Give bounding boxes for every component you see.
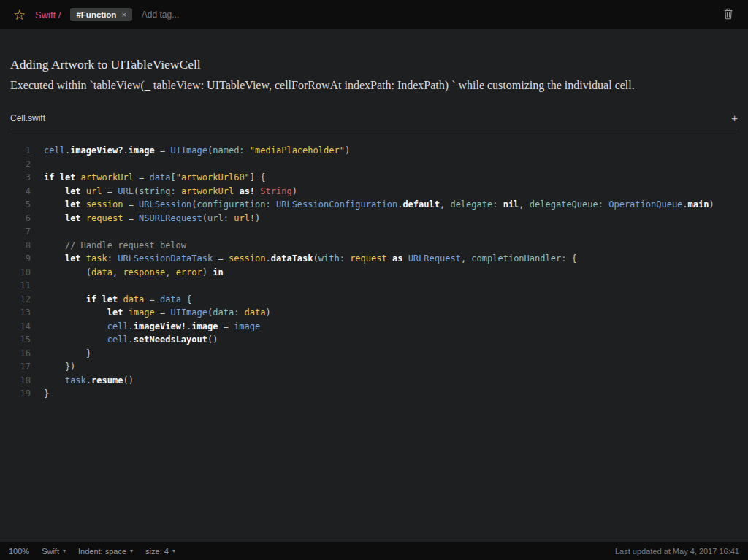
line-number: 13	[10, 306, 31, 320]
topbar: ☆ Swift / #Function ×	[0, 0, 748, 29]
code-line[interactable]: 8 // Handle request below	[10, 239, 738, 253]
code-line[interactable]: 15 cell.setNeedsLayout()	[10, 333, 738, 347]
add-snippet-button[interactable]: +	[731, 112, 738, 123]
line-number: 18	[10, 374, 31, 388]
code-editor[interactable]: 1cell.imageView?.image = UIImage(named: …	[10, 138, 738, 401]
code-text	[31, 225, 44, 239]
code-text	[31, 158, 44, 172]
code-line[interactable]: 16 }	[10, 347, 738, 361]
line-number: 15	[10, 333, 31, 347]
code-line[interactable]: 18 task.resume()	[10, 374, 738, 388]
trash-icon	[723, 8, 733, 20]
snippet-header: Cell.swift +	[10, 112, 738, 129]
add-tag-input[interactable]	[142, 9, 244, 20]
code-text: let image = UIImage(data: data)	[31, 306, 271, 320]
code-text: }	[31, 347, 91, 361]
trash-button[interactable]	[722, 7, 735, 23]
line-number: 12	[10, 293, 31, 307]
line-number: 6	[10, 212, 31, 226]
code-text: let session = URLSession(configuration: …	[31, 198, 714, 212]
tag-label: #Function	[76, 10, 116, 19]
snippet-tab[interactable]: Cell.swift	[10, 113, 45, 123]
code-line[interactable]: 6 let request = NSURLRequest(url: url!)	[10, 212, 738, 226]
code-text: (data, response, error) in	[31, 266, 224, 280]
code-text: task.resume()	[31, 374, 134, 388]
code-line[interactable]: 3if let artworkUrl = data["artworkUrl60"…	[10, 171, 738, 185]
statusbar: 100% Swift ▾ Indent: space ▾ size: 4 ▾ L…	[0, 542, 748, 560]
line-number: 17	[10, 360, 31, 374]
code-text: let request = NSURLRequest(url: url!)	[31, 212, 260, 226]
breadcrumb-folder[interactable]: Swift /	[35, 9, 61, 20]
code-line[interactable]: 14 cell.imageView!.image = image	[10, 320, 738, 334]
code-line[interactable]: 9 let task: URLSessionDataTask = session…	[10, 252, 738, 266]
code-line[interactable]: 11	[10, 279, 738, 293]
note-area: Adding Artwork to UITableViewCell Execut…	[0, 29, 748, 542]
chevron-down-icon: ▾	[130, 548, 133, 554]
code-text: let task: URLSessionDataTask = session.d…	[31, 252, 577, 266]
code-line[interactable]: 2	[10, 158, 738, 172]
code-line[interactable]: 4 let url = URL(string: artworkUrl as! S…	[10, 185, 738, 199]
code-text: if let artworkUrl = data["artworkUrl60"]…	[31, 171, 266, 185]
star-icon: ☆	[13, 7, 26, 23]
code-text: })	[31, 360, 75, 374]
line-number: 2	[10, 158, 31, 172]
remove-tag-icon[interactable]: ×	[121, 10, 126, 19]
star-button[interactable]: ☆	[13, 8, 26, 22]
code-line[interactable]: 7	[10, 225, 738, 239]
code-text: cell.imageView!.image = image	[31, 320, 260, 334]
note-title[interactable]: Adding Artwork to UITableViewCell	[10, 57, 738, 72]
chevron-down-icon: ▾	[63, 548, 66, 554]
tab-size-select[interactable]: size: 4 ▾	[145, 547, 175, 556]
line-number: 5	[10, 198, 31, 212]
chevron-down-icon: ▾	[172, 548, 175, 554]
code-text: }	[31, 387, 49, 401]
code-line[interactable]: 17 })	[10, 360, 738, 374]
code-line[interactable]: 12 if let data = data {	[10, 293, 738, 307]
line-number: 1	[10, 144, 31, 158]
line-number: 3	[10, 171, 31, 185]
line-number: 19	[10, 387, 31, 401]
code-text: if let data = data {	[31, 293, 191, 307]
line-number: 10	[10, 266, 31, 280]
code-line[interactable]: 19}	[10, 387, 738, 401]
language-select[interactable]: Swift ▾	[42, 547, 66, 556]
tag-chip[interactable]: #Function ×	[70, 8, 131, 21]
indent-select[interactable]: Indent: space ▾	[78, 547, 133, 556]
code-text: cell.imageView?.image = UIImage(named: "…	[31, 144, 350, 158]
code-line[interactable]: 1cell.imageView?.image = UIImage(named: …	[10, 144, 738, 158]
line-number: 16	[10, 347, 31, 361]
line-number: 11	[10, 279, 31, 293]
code-text: let url = URL(string: artworkUrl as! Str…	[31, 185, 297, 199]
line-number: 9	[10, 252, 31, 266]
note-description[interactable]: Executed within `tableView(_ tableView: …	[10, 79, 738, 92]
line-number: 4	[10, 185, 31, 199]
code-line[interactable]: 10 (data, response, error) in	[10, 266, 738, 280]
code-text: cell.setNeedsLayout()	[31, 333, 218, 347]
code-line[interactable]: 5 let session = URLSession(configuration…	[10, 198, 738, 212]
line-number: 7	[10, 225, 31, 239]
line-number: 14	[10, 320, 31, 334]
code-text	[31, 279, 44, 293]
last-updated: Last updated at May 4, 2017 16:41	[615, 547, 739, 556]
zoom-level[interactable]: 100%	[9, 547, 29, 556]
plus-icon: +	[731, 112, 738, 124]
code-line[interactable]: 13 let image = UIImage(data: data)	[10, 306, 738, 320]
code-text: // Handle request below	[31, 239, 186, 253]
line-number: 8	[10, 239, 31, 253]
